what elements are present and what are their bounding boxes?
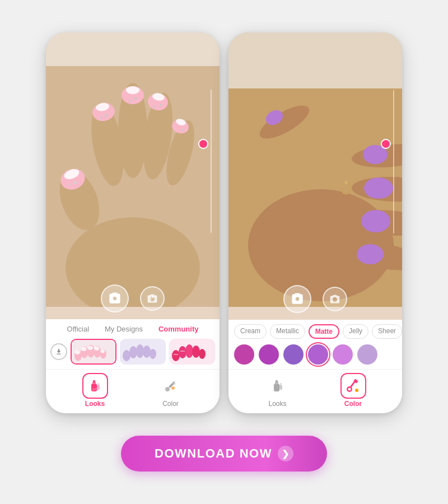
svg-point-60 bbox=[173, 382, 175, 385]
tab-official[interactable]: Official bbox=[59, 324, 97, 334]
download-btn-label: DOWNLOAD NOW bbox=[155, 446, 272, 461]
svg-rect-63 bbox=[228, 32, 402, 88]
svg-point-85 bbox=[348, 388, 351, 391]
svg-point-40 bbox=[129, 346, 137, 358]
finish-metallic[interactable]: Metallic bbox=[270, 324, 305, 339]
take-photo-button[interactable] bbox=[101, 284, 129, 312]
svg-point-37 bbox=[100, 349, 105, 353]
svg-rect-77 bbox=[274, 384, 279, 391]
left-camera-area bbox=[46, 32, 220, 319]
svg-point-29 bbox=[75, 350, 81, 354]
looks-icon-box-right bbox=[265, 373, 291, 399]
camera-controls-left bbox=[101, 284, 165, 312]
svg-point-43 bbox=[150, 349, 156, 359]
flip-camera-button[interactable] bbox=[140, 286, 165, 311]
color-swatch-4[interactable] bbox=[333, 344, 353, 365]
opacity-slider-track bbox=[211, 90, 212, 233]
svg-rect-79 bbox=[276, 380, 278, 382]
nav-color-left[interactable]: Color bbox=[158, 373, 184, 408]
right-phone: Cream Metallic Matte Jelly Sheer bbox=[228, 32, 402, 413]
svg-rect-80 bbox=[279, 385, 282, 390]
svg-point-76 bbox=[344, 181, 348, 184]
svg-rect-55 bbox=[92, 388, 97, 391]
tab-community[interactable]: Community bbox=[151, 324, 207, 334]
design-thumb-pink[interactable] bbox=[71, 339, 116, 365]
svg-rect-26 bbox=[46, 32, 220, 66]
color-swatch-3[interactable] bbox=[308, 344, 328, 365]
finish-jelly[interactable]: Jelly bbox=[343, 324, 368, 339]
design-thumb-lavender[interactable] bbox=[120, 339, 166, 365]
svg-point-13 bbox=[105, 114, 108, 117]
svg-point-17 bbox=[134, 97, 137, 100]
finish-matte[interactable]: Matte bbox=[309, 324, 339, 339]
svg-point-21 bbox=[160, 104, 162, 107]
nav-looks-right[interactable]: Looks bbox=[265, 373, 291, 408]
svg-point-22 bbox=[154, 106, 156, 108]
svg-point-25 bbox=[181, 129, 184, 131]
finish-tabs: Cream Metallic Matte Jelly Sheer bbox=[228, 320, 402, 342]
svg-point-61 bbox=[171, 386, 175, 390]
svg-point-41 bbox=[136, 344, 144, 358]
svg-rect-56 bbox=[97, 385, 100, 390]
svg-point-14 bbox=[100, 116, 102, 119]
left-nav: Looks Color bbox=[46, 369, 220, 413]
svg-point-35 bbox=[94, 346, 100, 351]
finish-cream[interactable]: Cream bbox=[234, 324, 267, 339]
color-label-left: Color bbox=[162, 400, 179, 408]
phones-container: Official My Designs Community bbox=[46, 32, 402, 413]
svg-rect-81 bbox=[280, 383, 282, 385]
right-phone-bottom: Cream Metallic Matte Jelly Sheer bbox=[228, 320, 402, 413]
svg-point-73 bbox=[357, 244, 384, 264]
looks-label-left: Looks bbox=[85, 400, 105, 408]
color-swatch-0[interactable] bbox=[234, 344, 254, 365]
download-designs-button[interactable] bbox=[50, 343, 67, 360]
left-phone: Official My Designs Community bbox=[46, 32, 220, 413]
download-btn-arrow: ❯ bbox=[278, 446, 293, 461]
left-phone-bottom: Official My Designs Community bbox=[46, 319, 220, 413]
svg-point-48 bbox=[192, 346, 200, 358]
design-tabs: Official My Designs Community bbox=[46, 319, 220, 337]
svg-point-45 bbox=[172, 350, 180, 361]
svg-point-70 bbox=[363, 145, 388, 164]
opacity-slider-thumb[interactable] bbox=[199, 140, 207, 148]
download-now-button[interactable]: DOWNLOAD NOW ❯ bbox=[121, 436, 327, 472]
nav-looks-left[interactable]: Looks bbox=[82, 373, 108, 408]
right-hand-svg bbox=[228, 32, 402, 307]
tab-my-designs[interactable]: My Designs bbox=[97, 324, 151, 334]
color-swatch-5[interactable] bbox=[357, 344, 377, 365]
designs-row bbox=[46, 337, 220, 369]
svg-point-39 bbox=[123, 350, 130, 361]
design-thumb-hotpink[interactable] bbox=[169, 339, 215, 365]
svg-point-49 bbox=[199, 349, 206, 359]
finish-sheer[interactable]: Sheer bbox=[372, 324, 402, 339]
svg-point-9 bbox=[73, 181, 77, 184]
svg-point-72 bbox=[361, 210, 390, 232]
take-photo-button-right[interactable] bbox=[283, 285, 311, 313]
svg-rect-54 bbox=[93, 380, 95, 382]
color-swatch-2[interactable] bbox=[283, 344, 304, 365]
svg-point-42 bbox=[143, 346, 151, 358]
color-swatch-1[interactable] bbox=[259, 344, 279, 365]
svg-point-47 bbox=[185, 344, 193, 358]
right-camera-area bbox=[228, 32, 402, 320]
looks-label-right: Looks bbox=[268, 400, 286, 408]
looks-icon-box-left bbox=[82, 373, 108, 399]
opacity-slider-track-right bbox=[393, 90, 394, 234]
color-icon-box-left bbox=[158, 373, 184, 399]
svg-point-86 bbox=[355, 389, 358, 392]
svg-point-71 bbox=[364, 178, 393, 199]
camera-controls-right bbox=[283, 285, 347, 313]
svg-point-59 bbox=[165, 387, 170, 391]
svg-point-16 bbox=[126, 86, 139, 94]
nav-color-right[interactable]: Color bbox=[340, 373, 366, 408]
svg-rect-57 bbox=[97, 383, 99, 385]
color-icon-box-right bbox=[340, 373, 366, 399]
svg-point-46 bbox=[179, 346, 186, 358]
svg-point-31 bbox=[81, 347, 87, 351]
flip-camera-button-right[interactable] bbox=[323, 287, 347, 311]
left-hand-svg bbox=[46, 32, 220, 307]
colors-row bbox=[228, 342, 402, 369]
svg-point-18 bbox=[129, 100, 131, 102]
svg-point-33 bbox=[88, 346, 94, 351]
right-nav: Looks Color bbox=[228, 369, 402, 413]
